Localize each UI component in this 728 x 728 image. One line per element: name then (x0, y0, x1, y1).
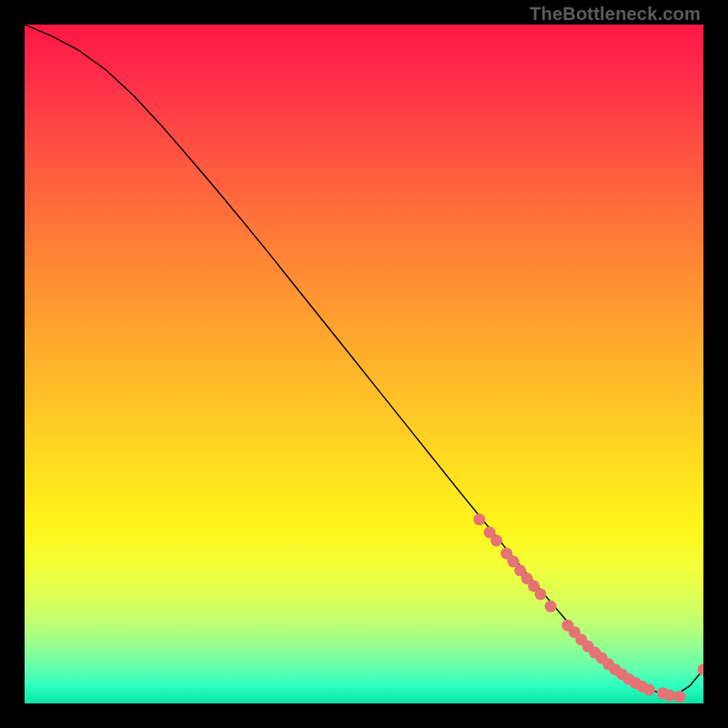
chart-overlay (25, 25, 703, 703)
chart-stage: TheBottleneck.com (0, 0, 728, 728)
marker-dot (545, 601, 557, 612)
marker-dot (643, 684, 655, 696)
marker-dot (663, 690, 675, 702)
marker-group (473, 513, 703, 703)
marker-dot (534, 588, 546, 600)
marker-dot (673, 691, 685, 703)
marker-dot (490, 534, 502, 546)
plot-area (25, 25, 703, 703)
marker-dot (698, 663, 704, 675)
marker-dot (473, 513, 485, 525)
attribution-label: TheBottleneck.com (530, 4, 701, 25)
bottleneck-curve (25, 25, 703, 694)
